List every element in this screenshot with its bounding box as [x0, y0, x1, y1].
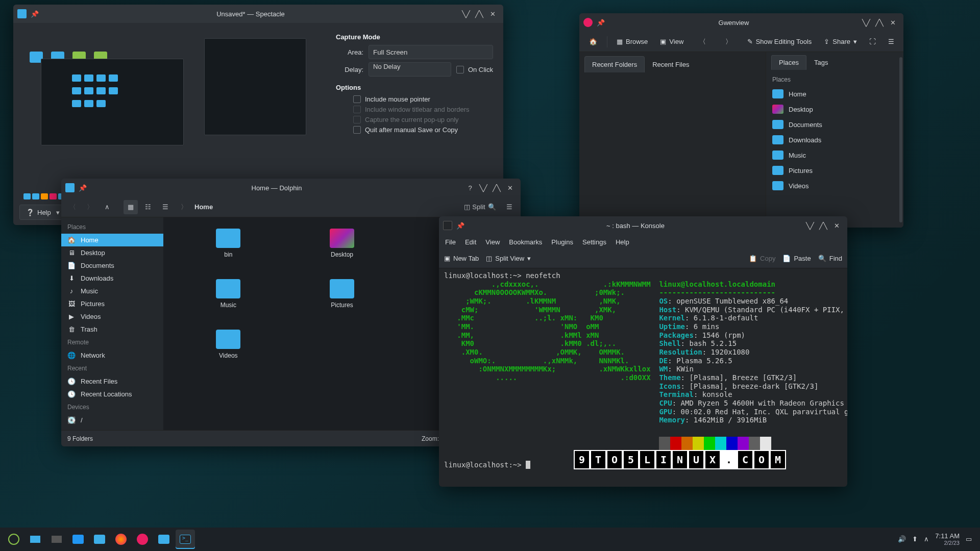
delay-spinner[interactable]: No Delay: [369, 62, 451, 77]
show-desktop-button[interactable]: ▭: [966, 535, 972, 543]
sidebar-item-network[interactable]: 🌐Network: [61, 349, 163, 362]
quit-checkbox[interactable]: [353, 126, 361, 134]
onclick-checkbox[interactable]: [456, 66, 464, 73]
gwenview-task[interactable]: [133, 530, 152, 549]
minimize-button[interactable]: ╲╱: [860, 16, 873, 29]
sidebar-item-documents[interactable]: 📄Documents: [61, 259, 163, 272]
konsole-task[interactable]: >_: [176, 530, 195, 549]
dolphin-task[interactable]: [90, 530, 109, 549]
next-button[interactable]: 〉: [720, 34, 737, 49]
icons-view-button[interactable]: ▦: [124, 200, 138, 214]
discover-task[interactable]: [68, 530, 88, 549]
menu-edit[interactable]: Edit: [465, 238, 476, 246]
firefox-task[interactable]: [111, 530, 131, 549]
newtab-button[interactable]: ▣ New Tab: [444, 255, 479, 262]
prev-button[interactable]: 〈: [694, 34, 711, 49]
menu-settings[interactable]: Settings: [582, 238, 606, 246]
place-pictures[interactable]: Pictures: [766, 163, 903, 178]
fullscreen-button[interactable]: ⛶: [864, 34, 881, 49]
activities-button[interactable]: [47, 530, 66, 549]
close-button[interactable]: ✕: [486, 7, 499, 20]
close-button[interactable]: ✕: [830, 219, 843, 232]
menu-view[interactable]: View: [485, 238, 500, 246]
sidebar-item-downloads[interactable]: ⬇Downloads: [61, 272, 163, 285]
menu-button[interactable]: ☰: [883, 34, 899, 49]
mouse-checkbox[interactable]: [353, 95, 361, 103]
sidebar-item-pictures[interactable]: 🖼Pictures: [61, 297, 163, 310]
spectacle-task[interactable]: [154, 530, 174, 549]
sidebar-item-recent-files[interactable]: 🕓Recent Files: [61, 375, 163, 388]
minimize-button[interactable]: ╲╱: [459, 7, 473, 20]
tab-places[interactable]: Places: [771, 55, 806, 70]
network-icon[interactable]: ⬆: [912, 535, 918, 543]
find-button[interactable]: 🔍 Find: [818, 255, 842, 262]
sidebar-item-music[interactable]: ♪Music: [61, 285, 163, 297]
pin-icon[interactable]: 📌: [456, 222, 464, 230]
forward-button[interactable]: 〉: [83, 200, 97, 214]
close-button[interactable]: ✕: [886, 16, 899, 29]
terminal-output[interactable]: linux@localhost:~> neofetch .,cdxxxoc,. …: [439, 268, 847, 484]
back-button[interactable]: 〈: [65, 200, 80, 214]
search-button[interactable]: 🔍: [485, 200, 499, 214]
place-music[interactable]: Music: [766, 147, 903, 163]
scrollbar[interactable]: [899, 57, 902, 222]
maximize-button[interactable]: ╱╲: [490, 181, 503, 194]
menu-help[interactable]: Help: [616, 238, 629, 246]
place-downloads[interactable]: Downloads: [766, 132, 903, 147]
sidebar-item-trash[interactable]: 🗑Trash: [61, 323, 163, 336]
browse-button[interactable]: ▦ Browse: [611, 34, 653, 49]
tab-tags[interactable]: Tags: [806, 55, 836, 70]
clock[interactable]: 7:11 AM 2/2/23: [935, 533, 960, 546]
task-manager-button[interactable]: [26, 530, 45, 549]
tray-expand-icon[interactable]: ∧: [924, 535, 929, 543]
place-videos[interactable]: Videos: [766, 178, 903, 193]
menu-file[interactable]: File: [445, 238, 456, 246]
file-music[interactable]: Music: [198, 279, 259, 328]
file-desktop[interactable]: Desktop: [311, 229, 373, 277]
help-button[interactable]: ❔ Help▾: [19, 205, 66, 220]
copy-button[interactable]: 📋 Copy: [749, 255, 775, 262]
gwenview-titlebar[interactable]: 📌 Gwenview ╲╱ ╱╲ ✕: [579, 13, 903, 32]
sidebar-item-recent-locations[interactable]: 🕓Recent Locations: [61, 388, 163, 400]
tab-recent-files[interactable]: Recent Files: [645, 56, 697, 72]
compact-view-button[interactable]: ☷: [141, 200, 155, 214]
file-bin[interactable]: bin: [198, 229, 259, 277]
sidebar-item-desktop[interactable]: 🖥Desktop: [61, 246, 163, 259]
home-button[interactable]: 🏠: [583, 34, 603, 49]
file-pictures[interactable]: Pictures: [311, 279, 373, 328]
konsole-titlebar[interactable]: 📌 ~ : bash — Konsole ╲╱ ╱╲ ✕: [439, 216, 847, 235]
volume-icon[interactable]: 🔊: [898, 535, 906, 543]
sidebar-item-videos[interactable]: ▶Videos: [61, 310, 163, 323]
sidebar-item-home[interactable]: 🏠Home: [61, 234, 163, 246]
tab-recent-folders[interactable]: Recent Folders: [584, 56, 645, 72]
up-button[interactable]: ∧: [100, 200, 114, 214]
pin-icon[interactable]: 📌: [597, 19, 605, 27]
breadcrumb[interactable]: 〉Home: [176, 202, 464, 212]
pin-icon[interactable]: 📌: [31, 10, 39, 18]
maximize-button[interactable]: ╱╲: [473, 7, 486, 20]
details-view-button[interactable]: ☰: [158, 200, 173, 214]
dolphin-titlebar[interactable]: 📌 Home — Dolphin ? ╲╱ ╱╲ ✕: [61, 179, 521, 197]
share-button[interactable]: ⇪ Share ▾: [819, 34, 862, 49]
editing-tools-button[interactable]: ✎ Show Editing Tools: [742, 34, 817, 49]
sidebar-item--[interactable]: 💽/: [61, 414, 163, 427]
spectacle-titlebar[interactable]: 📌 Unsaved* — Spectacle ╲╱ ╱╲ ✕: [13, 5, 503, 23]
paste-button[interactable]: 📄 Paste: [782, 255, 811, 262]
maximize-button[interactable]: ╱╲: [817, 219, 830, 232]
help-button[interactable]: ?: [463, 181, 477, 194]
area-select[interactable]: Full Screen: [369, 45, 493, 59]
minimize-button[interactable]: ╲╱: [803, 219, 817, 232]
menu-plugins[interactable]: Plugins: [551, 238, 573, 246]
maximize-button[interactable]: ╱╲: [873, 16, 886, 29]
splitview-button[interactable]: ◫ Split View ▾: [486, 255, 531, 262]
place-documents[interactable]: Documents: [766, 117, 903, 132]
minimize-button[interactable]: ╲╱: [477, 181, 490, 194]
menu-button[interactable]: ☰: [502, 200, 517, 214]
split-button[interactable]: ◫ Split: [468, 200, 482, 214]
view-button[interactable]: ▣ View: [655, 34, 689, 49]
konsole-menubar[interactable]: FileEditViewBookmarksPluginsSettingsHelp: [439, 235, 847, 249]
menu-bookmarks[interactable]: Bookmarks: [509, 238, 542, 246]
pin-icon[interactable]: 📌: [79, 184, 87, 192]
place-desktop[interactable]: Desktop: [766, 102, 903, 117]
file-videos[interactable]: Videos: [198, 330, 259, 378]
